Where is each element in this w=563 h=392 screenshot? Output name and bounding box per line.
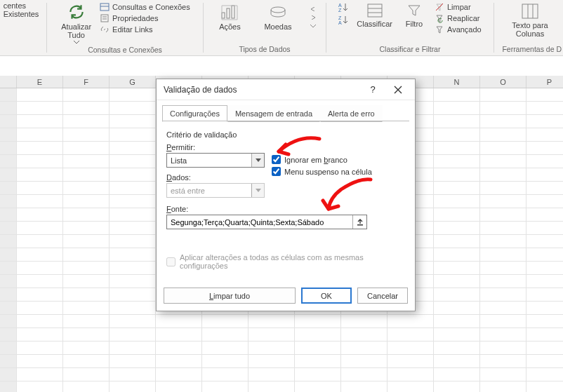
cell[interactable] xyxy=(63,368,110,381)
sort-za-button[interactable]: ZA xyxy=(337,14,351,27)
cell[interactable] xyxy=(480,208,526,222)
dialog-titlebar[interactable]: Validação de dados ? xyxy=(157,79,415,100)
col-header[interactable]: P xyxy=(526,76,563,88)
cell[interactable] xyxy=(480,381,526,392)
cell[interactable] xyxy=(526,222,563,235)
cell[interactable] xyxy=(434,208,480,222)
cell[interactable] xyxy=(110,355,156,368)
cell[interactable] xyxy=(526,235,563,248)
cell[interactable] xyxy=(17,168,63,182)
cell[interactable] xyxy=(341,381,388,392)
cell[interactable] xyxy=(480,155,526,168)
cell[interactable] xyxy=(480,262,526,275)
cell[interactable] xyxy=(63,168,110,182)
cell[interactable] xyxy=(526,102,563,115)
cell[interactable] xyxy=(526,315,563,328)
cell[interactable] xyxy=(17,328,63,342)
cell[interactable] xyxy=(17,235,63,248)
cell[interactable] xyxy=(434,288,480,302)
cell[interactable] xyxy=(526,142,563,155)
cell[interactable] xyxy=(63,302,110,315)
cell[interactable] xyxy=(17,262,63,275)
cell[interactable] xyxy=(480,355,526,368)
limpar-tudo-button[interactable]: Limpar tudo xyxy=(164,288,296,304)
cell[interactable] xyxy=(63,381,110,392)
cell[interactable] xyxy=(202,328,249,342)
cell[interactable] xyxy=(526,195,563,208)
cell[interactable] xyxy=(341,368,388,381)
cell[interactable] xyxy=(156,328,202,342)
cell[interactable] xyxy=(434,328,480,342)
cell[interactable] xyxy=(249,342,295,355)
cell[interactable] xyxy=(480,222,526,235)
cell[interactable] xyxy=(434,302,480,315)
cell[interactable] xyxy=(295,315,341,328)
cell[interactable] xyxy=(17,208,63,222)
cell[interactable] xyxy=(480,248,526,262)
cell[interactable] xyxy=(295,368,341,381)
cell[interactable] xyxy=(63,208,110,222)
cell[interactable] xyxy=(17,342,63,355)
cell[interactable] xyxy=(156,315,202,328)
cell[interactable] xyxy=(434,235,480,248)
cell[interactable] xyxy=(156,342,202,355)
cell[interactable] xyxy=(388,355,434,368)
cell[interactable] xyxy=(110,288,156,302)
cell[interactable] xyxy=(480,288,526,302)
cell[interactable] xyxy=(480,142,526,155)
cell[interactable] xyxy=(526,182,563,195)
cell[interactable] xyxy=(17,88,63,102)
cell[interactable] xyxy=(202,381,249,392)
cell[interactable] xyxy=(526,355,563,368)
cell[interactable] xyxy=(17,248,63,262)
cell[interactable] xyxy=(434,368,480,381)
cell[interactable] xyxy=(110,275,156,288)
cell[interactable] xyxy=(526,168,563,182)
permitir-combo[interactable]: Lista xyxy=(166,153,265,168)
col-header[interactable]: N xyxy=(434,76,480,88)
cell[interactable] xyxy=(17,355,63,368)
cell[interactable] xyxy=(17,275,63,288)
edit-links-button[interactable]: Editar Links xyxy=(98,24,192,35)
cell[interactable] xyxy=(434,155,480,168)
cell[interactable] xyxy=(388,342,434,355)
cell[interactable] xyxy=(388,368,434,381)
cell[interactable] xyxy=(110,168,156,182)
cell[interactable] xyxy=(63,288,110,302)
cell[interactable] xyxy=(63,235,110,248)
cell[interactable] xyxy=(156,368,202,381)
cell[interactable] xyxy=(295,342,341,355)
cell[interactable] xyxy=(17,195,63,208)
cell[interactable] xyxy=(63,315,110,328)
cell[interactable] xyxy=(63,328,110,342)
cell[interactable] xyxy=(202,368,249,381)
cell[interactable] xyxy=(480,342,526,355)
chevron-left-icon[interactable] xyxy=(310,7,316,11)
cell[interactable] xyxy=(110,262,156,275)
cell[interactable] xyxy=(526,155,563,168)
chevron-right-icon[interactable] xyxy=(310,15,316,20)
cell[interactable] xyxy=(388,381,434,392)
cell[interactable] xyxy=(295,355,341,368)
cell[interactable] xyxy=(388,328,434,342)
cell[interactable] xyxy=(295,328,341,342)
cell[interactable] xyxy=(434,248,480,262)
cell[interactable] xyxy=(526,115,563,128)
cell[interactable] xyxy=(434,182,480,195)
cell[interactable] xyxy=(63,248,110,262)
help-button[interactable]: ? xyxy=(360,80,385,100)
cell[interactable] xyxy=(480,88,526,102)
moedas-button[interactable]: Moedas xyxy=(261,3,294,32)
cell[interactable] xyxy=(434,128,480,142)
cell[interactable] xyxy=(110,128,156,142)
cell[interactable] xyxy=(63,275,110,288)
cell[interactable] xyxy=(341,328,388,342)
cell[interactable] xyxy=(295,381,341,392)
cell[interactable] xyxy=(249,368,295,381)
cell[interactable] xyxy=(110,248,156,262)
cell[interactable] xyxy=(341,342,388,355)
cell[interactable] xyxy=(156,381,202,392)
ok-button[interactable]: OK xyxy=(301,288,352,304)
cell[interactable] xyxy=(110,208,156,222)
cell[interactable] xyxy=(434,142,480,155)
